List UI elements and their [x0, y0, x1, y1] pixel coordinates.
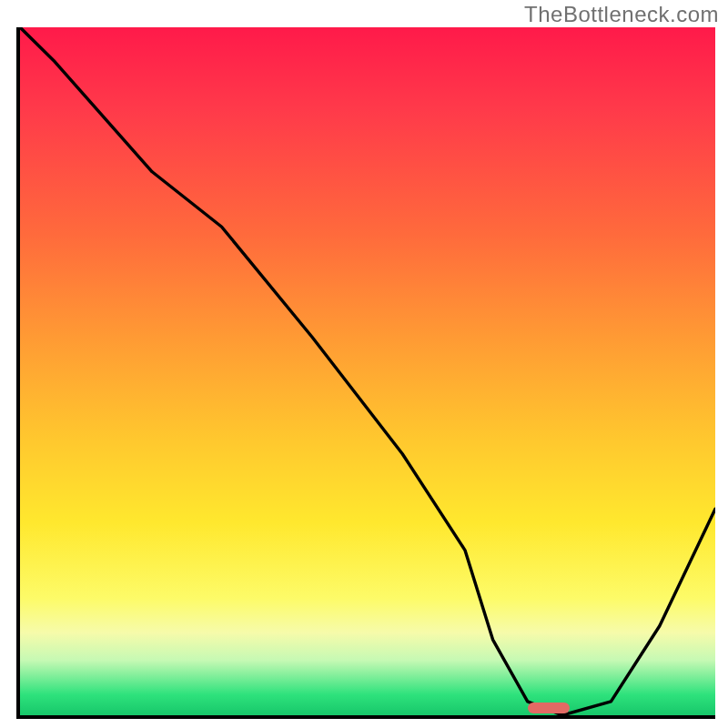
chart-stage: TheBottleneck.com: [0, 0, 728, 728]
plot-area: [16, 27, 715, 719]
watermark-text: TheBottleneck.com: [524, 2, 719, 27]
curve-path: [20, 27, 715, 715]
bottleneck-curve: [20, 27, 715, 715]
optimal-range-marker: [528, 703, 570, 713]
